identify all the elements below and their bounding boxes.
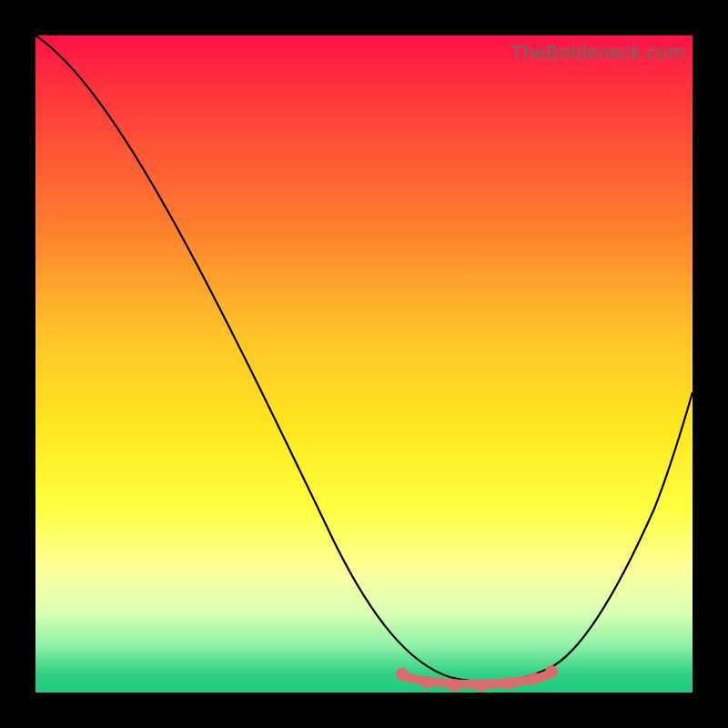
chart-frame: TheBottleneck.com <box>0 0 728 728</box>
plot-area: TheBottleneck.com <box>35 35 693 693</box>
dot <box>545 665 558 678</box>
bottleneck-curve <box>35 35 693 682</box>
dot <box>528 672 541 685</box>
dot <box>502 677 515 690</box>
chart-svg <box>35 35 693 693</box>
dot <box>420 676 433 689</box>
dot <box>475 679 488 692</box>
dot <box>396 668 409 681</box>
dot <box>448 679 460 692</box>
